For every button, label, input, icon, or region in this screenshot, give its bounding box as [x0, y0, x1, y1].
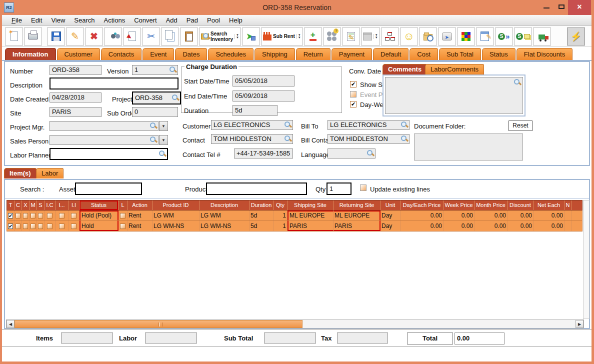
cell-checkbox[interactable]	[44, 210, 56, 220]
cell-extra[interactable]	[564, 221, 572, 231]
menu-view[interactable]: View	[46, 16, 70, 24]
search-icon[interactable]	[401, 122, 408, 128]
cell-status[interactable]: Hold	[80, 221, 118, 231]
row-checkbox[interactable]	[47, 213, 52, 218]
send-button[interactable]: ➤	[438, 28, 456, 46]
table-row[interactable]: ✔Hold (Pool)RentLG WMLG WM5d1ML EUROPEML…	[6, 210, 582, 221]
row-checkbox[interactable]	[23, 213, 28, 218]
cell-qty[interactable]: 1	[274, 210, 288, 220]
cell-net_each[interactable]: 0.00	[534, 221, 564, 231]
grid-col-s[interactable]: S	[37, 200, 44, 210]
event-pricing-checkbox[interactable]	[350, 91, 356, 98]
cell-checkbox[interactable]	[56, 210, 68, 220]
notes-button[interactable]: ✎	[342, 28, 360, 46]
cell-checkbox[interactable]	[30, 210, 37, 220]
row-checkbox[interactable]	[16, 213, 20, 218]
paste-button[interactable]	[180, 28, 198, 46]
print-button[interactable]	[24, 28, 42, 46]
project-field[interactable]: ORD-358	[132, 92, 181, 104]
cell-product_id[interactable]: LG WM	[152, 210, 200, 220]
delete-button[interactable]: ✖	[85, 28, 103, 46]
cell-discount[interactable]: 0.00	[508, 210, 534, 220]
new-button[interactable]	[5, 28, 23, 46]
contact-field[interactable]: TOM HIDDLESTON	[211, 134, 293, 144]
tab-contacts[interactable]: Contacts	[101, 48, 142, 60]
cell-duration[interactable]: 5d	[250, 221, 274, 231]
cell-shipping_site[interactable]: PARIS	[288, 221, 334, 231]
convert-button[interactable]: ➤	[242, 28, 260, 46]
row-checkbox[interactable]	[47, 224, 52, 229]
vertical-scrollbar[interactable]	[583, 200, 590, 319]
cell-extra[interactable]	[564, 210, 572, 220]
row-checkbox[interactable]	[30, 224, 36, 229]
search-icon[interactable]	[401, 136, 408, 142]
search-inventory-dropdown[interactable]: ▼▼	[234, 34, 239, 39]
version-field[interactable]: 1	[132, 65, 178, 75]
tab-flat-discounts[interactable]: Flat Discounts	[516, 48, 572, 60]
cell-duration[interactable]: 5d	[250, 210, 274, 220]
cell-action[interactable]: Rent	[128, 221, 152, 231]
grid-col-m[interactable]: M	[30, 200, 37, 210]
sales-person-field[interactable]	[50, 135, 158, 145]
tab-cost[interactable]: Cost	[410, 48, 438, 60]
menu-file[interactable]: File	[7, 16, 26, 24]
delivery-button[interactable]	[533, 28, 551, 46]
grid-col-i[interactable]: I...	[56, 200, 68, 210]
customer-field[interactable]: LG ELECTRONICS	[211, 120, 293, 130]
scroll-left-button[interactable]: ◀	[6, 320, 14, 328]
menu-actions[interactable]: Actions	[100, 16, 130, 24]
grid-col-product-id[interactable]: Product ID	[152, 200, 200, 210]
cell-description[interactable]: LG WM-NS	[200, 221, 250, 231]
grid-col-t[interactable]: T	[7, 200, 14, 210]
cell-checkbox[interactable]	[14, 210, 22, 220]
cell-checkbox[interactable]	[68, 210, 80, 220]
cell-product_id[interactable]: LG WM-NS	[152, 221, 200, 231]
maximize-button[interactable]	[554, 0, 569, 15]
cell-discount[interactable]: 0.00	[508, 221, 534, 231]
grid-col-net-each[interactable]: Net Each	[534, 200, 564, 210]
cell-checkbox[interactable]	[22, 221, 30, 231]
grid-col-qty[interactable]: Qty	[274, 200, 288, 210]
grid-col-i-c[interactable]: I.C	[44, 200, 56, 210]
search-icon[interactable]	[172, 94, 179, 102]
tab-dates[interactable]: Dates	[175, 48, 207, 60]
reset-button[interactable]: Reset	[508, 120, 532, 131]
cell-status[interactable]: Hold (Pool)	[80, 210, 118, 220]
cell-checkbox[interactable]: ✔	[7, 210, 14, 220]
memo-edit-button[interactable]: ✎	[476, 28, 494, 46]
tab-event[interactable]: Event	[142, 48, 174, 60]
cell-unit[interactable]: Day	[380, 221, 400, 231]
grid-col-discount[interactable]: Discount	[508, 200, 534, 210]
folder-history-button[interactable]	[419, 28, 437, 46]
menu-convert[interactable]: Convert	[130, 16, 162, 24]
row-checkbox[interactable]	[59, 213, 64, 218]
grid-col-week-price[interactable]: Week Price	[444, 200, 474, 210]
menu-pad[interactable]: Pad	[182, 16, 202, 24]
menu-help[interactable]: Help	[224, 16, 247, 24]
row-checkbox[interactable]	[38, 213, 43, 218]
row-checkbox[interactable]	[38, 224, 43, 229]
cell-checkbox[interactable]	[118, 221, 128, 231]
cell-shipping_site[interactable]: ML EUROPE	[288, 210, 334, 220]
smiley-button[interactable]: ☺	[400, 28, 418, 46]
cell-checkbox[interactable]	[37, 210, 44, 220]
search-icon[interactable]	[170, 66, 176, 74]
cell-checkbox[interactable]	[68, 221, 80, 231]
cell-checkbox[interactable]	[37, 221, 44, 231]
project-mgr-dropdown[interactable]: ▼	[159, 121, 168, 131]
tab-labor-comments[interactable]: LaborComments	[425, 64, 484, 74]
bill-contact-field[interactable]: TOM HIDDLESTON	[328, 134, 410, 144]
row-checkbox[interactable]	[120, 224, 126, 229]
price-notes-button[interactable]: S	[514, 28, 532, 46]
tab-comments[interactable]: Comments	[382, 64, 427, 74]
cell-checkbox[interactable]	[118, 210, 128, 220]
language-field[interactable]	[328, 148, 376, 158]
scrollbar-track[interactable]	[302, 320, 576, 328]
end-date-field[interactable]: 05/09/2018	[232, 90, 294, 102]
cell-unit[interactable]: Day	[380, 210, 400, 220]
blocks-button[interactable]	[457, 28, 475, 46]
grid-col-day-each-price[interactable]: Day/Each Price	[400, 200, 444, 210]
row-checkbox[interactable]	[23, 224, 28, 229]
export-button[interactable]	[123, 28, 141, 46]
row-checkbox[interactable]: ✔	[8, 224, 13, 229]
